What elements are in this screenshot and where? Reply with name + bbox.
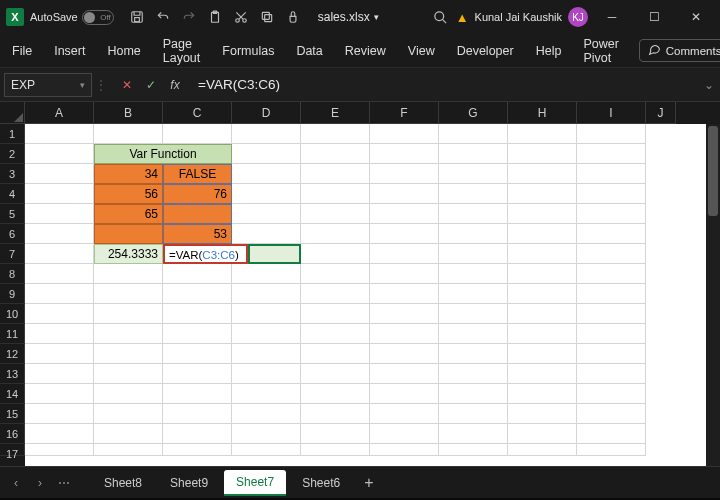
select-all-corner[interactable] [0, 102, 25, 124]
cell-b2-c2-merged[interactable]: Var Function [94, 144, 232, 164]
toggle-switch[interactable]: Off [82, 10, 114, 25]
cell-b4[interactable]: 56 [94, 184, 163, 204]
search-icon[interactable] [432, 8, 450, 26]
confirm-edit-icon[interactable]: ✓ [142, 76, 160, 94]
col-header[interactable]: F [370, 102, 439, 124]
expand-formula-bar-icon[interactable]: ⌄ [698, 78, 720, 92]
vertical-scrollbar[interactable] [706, 124, 720, 466]
cells-area[interactable]: Var Function 34FALSE 5676 65 53 254.3333… [25, 124, 706, 466]
sheet-nav-prev[interactable]: ‹ [6, 476, 26, 490]
col-header[interactable]: A [25, 102, 94, 124]
col-header[interactable]: J [646, 102, 676, 124]
sheet-tab-active[interactable]: Sheet7 [224, 470, 286, 496]
save-icon[interactable] [128, 8, 146, 26]
row-header[interactable]: 2 [0, 144, 25, 164]
svg-point-4 [235, 19, 239, 23]
document-title[interactable]: sales.xlsx ▾ [318, 10, 379, 24]
user-name: Kunal Jai Kaushik [475, 11, 562, 23]
account-area[interactable]: ▲ Kunal Jai Kaushik KJ [456, 7, 588, 27]
cancel-edit-icon[interactable]: ✕ [118, 76, 136, 94]
row-header[interactable]: 9 [0, 284, 25, 304]
undo-icon[interactable] [154, 8, 172, 26]
excel-app-icon: X [6, 8, 24, 26]
tab-power-pivot[interactable]: Power Pivot [581, 33, 620, 69]
col-header[interactable]: D [232, 102, 301, 124]
sheet-tab[interactable]: Sheet6 [290, 471, 352, 495]
maximize-button[interactable]: ☐ [636, 3, 672, 31]
autosave-toggle[interactable]: AutoSave Off [30, 10, 114, 25]
name-box[interactable]: EXP ▾ [4, 73, 92, 97]
chevron-down-icon: ▾ [374, 12, 379, 22]
worksheet-grid: A B C D E F G H I J 12345678910111213141… [0, 102, 720, 466]
user-avatar[interactable]: KJ [568, 7, 588, 27]
row-header[interactable]: 15 [0, 404, 25, 424]
cell-b7[interactable]: 254.3333 [94, 244, 163, 264]
add-sheet-button[interactable]: + [364, 474, 373, 492]
tab-page-layout[interactable]: Page Layout [161, 33, 203, 69]
col-header[interactable]: C [163, 102, 232, 124]
tab-formulas[interactable]: Formulas [220, 40, 276, 62]
comment-icon [648, 43, 661, 58]
tab-insert[interactable]: Insert [52, 40, 87, 62]
scrollbar-thumb[interactable] [708, 126, 718, 216]
tab-file[interactable]: File [10, 40, 34, 62]
row-header[interactable]: 12 [0, 344, 25, 364]
row-headers: 1234567891011121314151617 [0, 124, 25, 466]
row-header[interactable]: 8 [0, 264, 25, 284]
col-header[interactable]: H [508, 102, 577, 124]
row-header[interactable]: 5 [0, 204, 25, 224]
row-header[interactable]: 11 [0, 324, 25, 344]
col-header[interactable]: E [301, 102, 370, 124]
row-header[interactable]: 10 [0, 304, 25, 324]
cell-c4[interactable]: 76 [163, 184, 232, 204]
formula-bar: EXP ▾ ⋮ ✕ ✓ fx ⌄ [0, 68, 720, 102]
close-button[interactable]: ✕ [678, 3, 714, 31]
row-header[interactable]: 16 [0, 424, 25, 444]
fx-icon[interactable]: fx [166, 76, 184, 94]
autosave-label: AutoSave [30, 11, 78, 23]
tab-view[interactable]: View [406, 40, 437, 62]
row-header[interactable]: 14 [0, 384, 25, 404]
sheet-tab-bar: ‹ › ⋯ Sheet8 Sheet9 Sheet7 Sheet6 + [0, 466, 720, 498]
row-header[interactable]: 13 [0, 364, 25, 384]
tab-help[interactable]: Help [534, 40, 564, 62]
cell-b3[interactable]: 34 [94, 164, 163, 184]
svg-rect-1 [134, 18, 139, 22]
col-header[interactable]: G [439, 102, 508, 124]
cell-c7-editing[interactable]: =VAR(C3:C6) [163, 244, 248, 264]
cell-b6[interactable] [94, 224, 163, 244]
col-header[interactable]: I [577, 102, 646, 124]
minimize-button[interactable]: ─ [594, 3, 630, 31]
sheet-nav-more[interactable]: ⋯ [54, 476, 74, 490]
comments-button[interactable]: Comments [639, 39, 720, 62]
chevron-down-icon: ▾ [80, 80, 85, 90]
title-bar: X AutoSave Off sales.xlsx ▾ [0, 0, 720, 34]
row-header[interactable]: 6 [0, 224, 25, 244]
tab-review[interactable]: Review [343, 40, 388, 62]
cut-icon[interactable] [232, 8, 250, 26]
copy-icon[interactable] [258, 8, 276, 26]
formula-input[interactable] [192, 73, 698, 96]
cell-c5[interactable] [163, 204, 232, 224]
cell-c6[interactable]: 53 [163, 224, 232, 244]
paste-icon[interactable] [206, 8, 224, 26]
cell-d7[interactable] [248, 244, 301, 264]
row-header[interactable]: 4 [0, 184, 25, 204]
tab-developer[interactable]: Developer [455, 40, 516, 62]
svg-point-8 [435, 11, 444, 20]
row-header[interactable]: 7 [0, 244, 25, 264]
cell-c3[interactable]: FALSE [163, 164, 232, 184]
row-header[interactable]: 17 [0, 444, 25, 456]
tab-data[interactable]: Data [294, 40, 324, 62]
col-header[interactable]: B [94, 102, 163, 124]
sheet-nav-next[interactable]: › [30, 476, 50, 490]
tab-home[interactable]: Home [105, 40, 142, 62]
touch-mode-icon[interactable] [284, 8, 302, 26]
row-header[interactable]: 1 [0, 124, 25, 144]
comments-label: Comments [666, 45, 720, 57]
row-header[interactable]: 3 [0, 164, 25, 184]
cell-b5[interactable]: 65 [94, 204, 163, 224]
redo-icon[interactable] [180, 8, 198, 26]
sheet-tab[interactable]: Sheet8 [92, 471, 154, 495]
sheet-tab[interactable]: Sheet9 [158, 471, 220, 495]
